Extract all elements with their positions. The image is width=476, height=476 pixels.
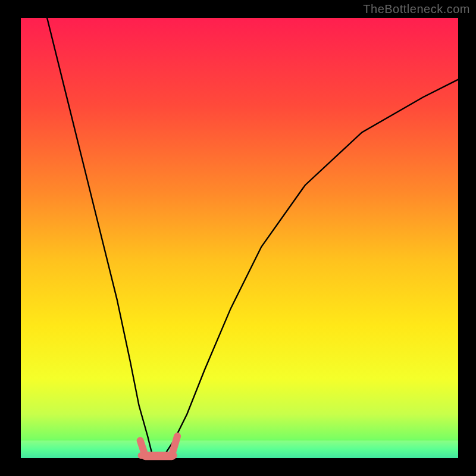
svg-point-7: [162, 452, 168, 459]
svg-rect-1: [21, 440, 458, 458]
chart-frame: TheBottleneck.com: [0, 0, 476, 476]
svg-point-9: [171, 452, 177, 459]
svg-rect-0: [21, 18, 458, 458]
watermark-text: TheBottleneck.com: [363, 2, 470, 16]
svg-point-3: [140, 452, 146, 459]
bottleneck-chart: [0, 0, 476, 476]
